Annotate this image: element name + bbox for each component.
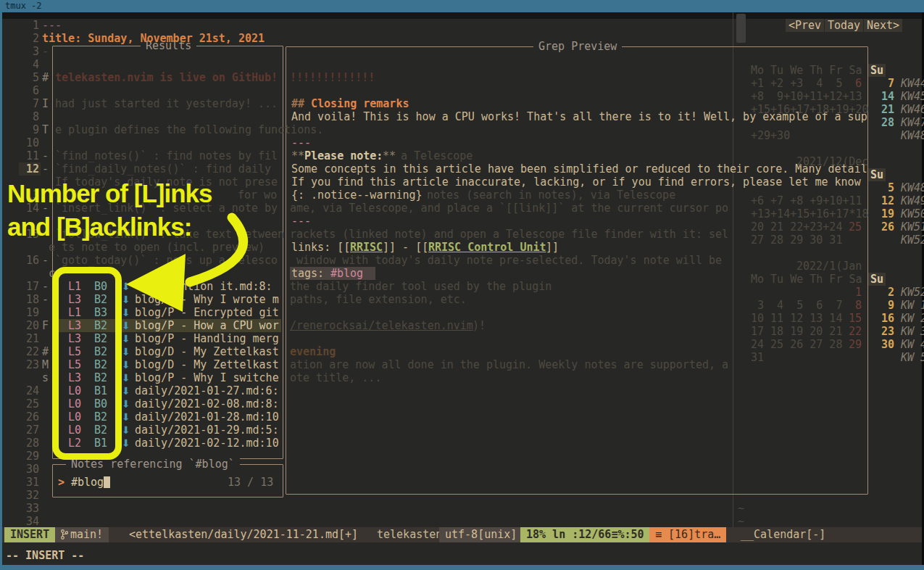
result-row[interactable]: blog/D - My Zettelkast xyxy=(135,345,279,358)
calendar-days: 27 28 29 30 31 xyxy=(751,234,842,247)
down-arrow-icon[interactable]: ⬇ xyxy=(122,410,130,424)
buffer-text: ame, via Telescope, and place a `[[link]… xyxy=(290,202,728,215)
titlebar-title: tmux -2 xyxy=(5,1,42,11)
search-input[interactable]: #blog xyxy=(71,476,104,489)
line-number: 21 xyxy=(20,332,39,345)
result-row-selected[interactable]: blog/P - How a CPU wor xyxy=(135,319,279,332)
line-number: 2 xyxy=(20,32,39,45)
line-number: 34 xyxy=(20,515,39,528)
preview-wiki-link: RRISC Control Unit xyxy=(428,241,546,254)
calendar-sunday: 14 xyxy=(881,90,894,103)
calendar-week-number: KW50 xyxy=(901,207,924,220)
buffer-text: ~ xyxy=(738,515,744,528)
terminal-window: tmux -2 Results Notes referencing `#blog… xyxy=(0,0,924,570)
calendar-nav-button[interactable]: Next> xyxy=(864,19,902,32)
buffer-text: I xyxy=(42,97,49,110)
preview-text: {: .notice--warning} xyxy=(291,189,423,202)
line-number: 33 xyxy=(20,502,39,515)
calendar-saturday: 22 xyxy=(849,325,862,338)
result-row[interactable]: daily/2021-02-08.md:8: xyxy=(135,397,279,410)
result-row[interactable]: blog/P - Why I switche xyxy=(135,371,279,384)
preview-tag: #blog xyxy=(330,267,363,280)
preview-bold-text: Please note: xyxy=(304,149,383,162)
calendar-sunday-header: Su xyxy=(868,168,886,181)
buffer-text: for wo xyxy=(238,189,277,202)
calendar-sunday: 16 xyxy=(881,312,894,325)
buffer-text: s xyxy=(42,371,49,384)
calendar-days: 20 21 22+23+24 xyxy=(751,220,842,234)
encoding-segment: utf-8[unix] xyxy=(439,527,523,542)
calendar-saturday: 29 xyxy=(849,338,862,351)
result-row[interactable]: daily/2021-01-29.md:5: xyxy=(135,424,279,437)
calendar-saturday: 6 xyxy=(855,77,862,90)
calendar-days: Mo Tu We Th Fr Sa xyxy=(751,64,862,77)
preview-text: If you find this article inaccurate, lac… xyxy=(291,175,861,189)
result-row[interactable]: i mention it.md:8: xyxy=(135,280,272,293)
calendar-days: +8 9+10+11+12+13 xyxy=(751,90,862,103)
down-arrow-icon[interactable]: ⬇ xyxy=(122,306,130,319)
calendar-week-number: KW48 xyxy=(901,129,924,142)
line-number: 17 xyxy=(20,280,39,293)
down-arrow-icon[interactable]: ⬇ xyxy=(122,437,130,450)
calendar-nav-button[interactable]: <Prev xyxy=(786,19,824,32)
down-arrow-icon[interactable]: ⬇ xyxy=(122,397,130,410)
preview-divider: --- xyxy=(291,215,311,228)
calendar-week-number: KW46 xyxy=(901,103,924,116)
down-arrow-icon[interactable]: ⬇ xyxy=(122,319,130,332)
result-row[interactable]: blog/D - My Zettelkast xyxy=(135,358,279,371)
result-row[interactable]: blog/P - Why I wrote m xyxy=(135,293,279,306)
line-number: 3 xyxy=(20,45,39,58)
down-arrow-icon[interactable]: ⬇ xyxy=(122,280,130,293)
buffer-heading: telekasten.nvim is live on GitHub! xyxy=(55,71,278,84)
buffer-text: had just started it yesterday! ... xyxy=(55,97,278,110)
line-number: 22 xyxy=(20,345,39,358)
line-number: 1 xyxy=(20,19,39,32)
down-arrow-icon[interactable]: ⬇ xyxy=(122,358,130,371)
calendar-days: 31 xyxy=(751,351,764,364)
buffer-text: - xyxy=(42,149,49,162)
down-arrow-icon[interactable]: ⬇ xyxy=(122,384,130,397)
editor-top-gap xyxy=(2,12,922,19)
scrollbar-thumb[interactable] xyxy=(736,14,746,43)
calendar-week-number: KW49 xyxy=(901,194,924,207)
calendar-week-number: KW 5 xyxy=(901,351,924,364)
down-arrow-icon[interactable]: ⬇ xyxy=(122,345,130,358)
buffer-text: )! xyxy=(473,319,486,332)
calendar-sunday-header: Su xyxy=(868,273,886,286)
down-arrow-icon[interactable]: ⬇ xyxy=(122,424,130,437)
result-count: 13 / 13 xyxy=(228,476,273,489)
buffer-text: window with today's daily note pre-selec… xyxy=(290,254,722,267)
down-arrow-icon[interactable]: ⬇ xyxy=(122,332,130,345)
result-row[interactable]: daily/2021-01-27.md:6: xyxy=(135,384,279,397)
buffer-text: # xyxy=(42,71,49,84)
calendar-sunday: 2 xyxy=(881,286,894,299)
result-row[interactable]: daily/2021-02-12.md:10 xyxy=(135,437,279,450)
buffer-text: ~ xyxy=(738,502,744,515)
line-number-current: 12 xyxy=(20,162,39,175)
calendar-days: 2022/1(Jan xyxy=(796,260,862,273)
down-arrow-icon[interactable]: ⬇ xyxy=(122,293,130,306)
calendar-week-number: KW52 xyxy=(901,286,924,299)
text-cursor xyxy=(104,476,110,488)
buffer-text: --- xyxy=(42,19,62,32)
calendar-week-number: KW 1 xyxy=(901,299,924,312)
line-number: 23 xyxy=(20,358,39,371)
calendar-days: Mo Tu We Th Fr Sa xyxy=(751,273,862,286)
calendar-days: +13+14+15+16+17*18 xyxy=(751,207,869,220)
preview-heading-marker: ## xyxy=(291,97,304,110)
result-row[interactable]: daily/2021-01-28.md:10 xyxy=(135,410,279,424)
result-row[interactable]: blog/P - Handling merg xyxy=(135,332,279,345)
calendar-sunday: 19 xyxy=(881,207,894,220)
down-arrow-icon[interactable]: ⬇ xyxy=(122,371,130,384)
calendar-week-number: KW 2 xyxy=(901,312,924,325)
line-number: 32 xyxy=(20,489,39,502)
calendar-sunday: 30 xyxy=(881,338,894,351)
preview-window-title: Grep Preview xyxy=(533,40,622,53)
calendar-nav-button[interactable]: Today xyxy=(825,19,863,32)
mode-indicator: INSERT xyxy=(4,527,55,542)
buffer-text: - xyxy=(42,162,49,175)
command-line-mode-text: -- INSERT -- xyxy=(6,548,84,563)
calendar-week-number: KW48 xyxy=(901,181,924,194)
result-row[interactable]: blog/P - Encrypted git xyxy=(135,306,279,319)
calendar-sunday: 7 xyxy=(881,77,894,90)
